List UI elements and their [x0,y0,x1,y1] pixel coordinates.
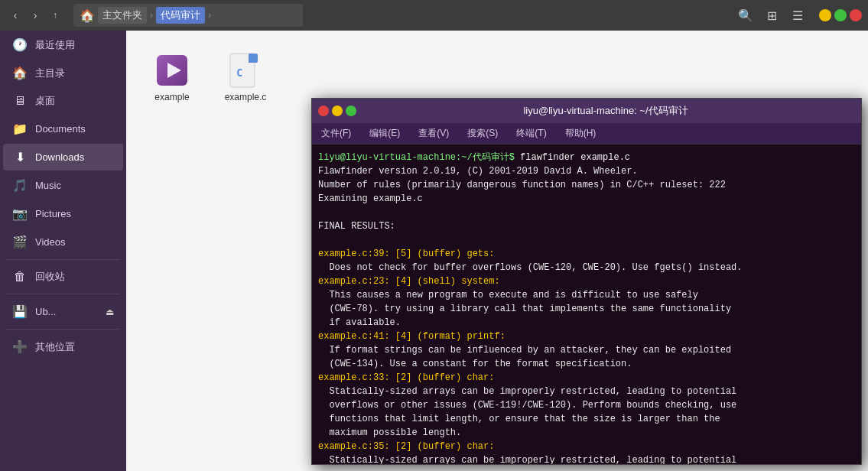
terminal-line-char35: example.c:35: [2] (buffer) char: [318,440,855,453]
sidebar-divider-2 [6,294,120,294]
terminal-maximize-button[interactable] [346,106,356,116]
terminal-command-text: flawfinder example.c [520,152,630,163]
terminal-menu-file[interactable]: 文件(F) [318,125,354,142]
minimize-button[interactable] [819,9,831,21]
terminal-menu-help[interactable]: 帮助(H) [562,125,600,142]
usb-icon: 💾 [12,304,28,319]
terminal-line-system: example.c:23: [4] (shell) system: [318,274,855,288]
file-example-c[interactable]: C example.c [215,46,276,109]
terminal-line-char33-desc1: Statically-sized arrays can be improperl… [318,385,855,398]
terminal-line-system-desc2: (CWE-78). try using a library call that … [318,302,855,316]
sidebar-label-trash: 回收站 [35,270,65,284]
view-toggle-button[interactable]: ⊞ [761,5,782,26]
up-button[interactable]: ↑ [46,6,64,24]
terminal-line-char33-desc4: maximum possible length. [318,426,855,440]
terminal-line-system-desc1: This causes a new program to execute and… [318,288,855,302]
terminal-title-bar: liyu@liyu-virtual-machine: ~/代码审计 [312,99,861,123]
forward-button[interactable]: › [26,6,44,24]
file-example-name: example [154,92,189,102]
sidebar-divider-1 [6,259,120,260]
close-button[interactable] [850,9,862,21]
sidebar-label-music: Music [35,180,61,191]
svg-rect-3 [249,54,258,63]
trash-icon: 🗑 [12,270,28,284]
toolbar-right: 🔍 ⊞ ☰ [735,5,862,26]
search-button[interactable]: 🔍 [735,5,756,26]
sidebar-label-pictures: Pictures [35,208,71,219]
sidebar-item-home[interactable]: 🏠 主目录 [3,60,123,86]
sidebar-label-home: 主目录 [35,67,65,80]
documents-icon: 📁 [12,122,28,136]
terminal-line-printf-desc2: (CWE-134). Use a constant for the format… [318,357,855,371]
other-icon: ➕ [12,339,28,354]
breadcrumb-home-label[interactable]: 主文件夹 [98,7,147,24]
downloads-icon: ⬇ [12,150,28,164]
breadcrumb: 🏠 主文件夹 › 代码审计 › [73,4,303,27]
videos-icon: 🎬 [12,235,28,249]
terminal-close-button[interactable] [318,106,329,116]
terminal-line-5 [318,233,855,247]
sidebar-label-desktop: 桌面 [35,94,55,108]
terminal-line-4 [318,206,855,219]
terminal-line-system-desc3: if available. [318,316,855,330]
sidebar-label-usb: Ub... [35,306,56,317]
sidebar-item-music[interactable]: 🎵 Music [3,172,123,199]
terminal-menu-search[interactable]: 搜索(S) [464,125,501,142]
terminal-line-char33-desc3: functions that limit length, or ensure t… [318,412,855,426]
sidebar-item-desktop[interactable]: 🖥 桌面 [3,88,123,114]
back-button[interactable]: ‹ [6,6,24,24]
sidebar-item-documents[interactable]: 📁 Documents [3,115,123,142]
sidebar-label-documents: Documents [35,123,86,135]
sidebar-item-trash[interactable]: 🗑 回收站 [3,264,123,290]
breadcrumb-separator: › [150,10,153,21]
terminal-title-text: liyu@liyu-virtual-machine: ~/代码审计 [356,104,855,118]
terminal-window-controls [318,106,356,116]
terminal-line-char35-desc1: Statically-sized arrays can be improperl… [318,453,855,464]
terminal-line-printf-desc1: If format strings can be influenced by a… [318,343,855,357]
terminal-menu-terminal[interactable]: 终端(T) [513,125,549,142]
svg-text:C: C [236,67,242,79]
breadcrumb-end-sep: › [208,10,211,21]
title-bar: ‹ › ↑ 🏠 主文件夹 › 代码审计 › 🔍 ⊞ ☰ [0,0,868,31]
terminal-prompt-text: liyu@liyu-virtual-machine:~/代码审计$ [318,152,515,163]
terminal-body[interactable]: liyu@liyu-virtual-machine:~/代码审计$ flawfi… [312,145,861,464]
sidebar-item-videos[interactable]: 🎬 Videos [3,229,123,255]
sidebar-label-other: 其他位置 [35,340,75,354]
desktop-icon: 🖥 [12,94,28,108]
terminal-menu-edit[interactable]: 编辑(E) [366,125,403,142]
menu-button[interactable]: ☰ [787,5,808,26]
terminal-line-gets-desc: Does not check for buffer overflows (CWE… [318,261,855,274]
music-icon: 🎵 [12,178,28,193]
sidebar-item-downloads[interactable]: ⬇ Downloads [3,144,123,171]
pictures-icon: 📷 [12,206,28,221]
terminal-line-gets: example.c:39: [5] (buffer) gets: [318,247,855,261]
file-example-c-name: example.c [225,92,267,102]
terminal-line-char33-desc2: overflows or other issues (CWE-119!/CWE-… [318,398,855,412]
sidebar-item-recent[interactable]: 🕐 最近使用 [3,31,123,58]
home-icon: 🏠 [80,8,95,23]
recent-icon: 🕐 [12,37,28,52]
terminal-line-printf: example.c:41: [4] (format) printf: [318,330,855,343]
file-example[interactable]: example [141,46,203,109]
terminal-menu: 文件(F) 编辑(E) 查看(V) 搜索(S) 终端(T) 帮助(H) [312,123,861,145]
nav-buttons: ‹ › ↑ [6,6,64,24]
sidebar: 🕐 最近使用 🏠 主目录 🖥 桌面 📁 Documents ⬇ Download… [0,31,126,471]
sidebar-item-usb[interactable]: 💾 Ub... ⏏ [3,298,123,325]
terminal-line-3: Examining example.c [318,192,855,206]
sidebar-label-recent: 最近使用 [35,38,75,52]
terminal-line-1: Flawfinder version 2.0.19, (C) 2001-2019… [318,164,855,178]
sidebar-label-videos: Videos [35,236,66,248]
terminal-menu-view[interactable]: 查看(V) [415,125,452,142]
terminal-line-prompt: liyu@liyu-virtual-machine:~/代码审计$ flawfi… [318,151,855,164]
executable-icon [154,52,190,89]
maximize-button[interactable] [834,9,847,21]
terminal-minimize-button[interactable] [332,106,343,116]
eject-icon[interactable]: ⏏ [106,307,114,317]
home-sidebar-icon: 🏠 [12,66,28,80]
sidebar-item-other[interactable]: ➕ 其他位置 [3,333,123,360]
terminal-line-2: Number of rules (primarily dangerous fun… [318,178,855,192]
sidebar-divider-3 [6,329,120,330]
breadcrumb-current[interactable]: 代码审计 [156,7,205,24]
terminal-line-final-results: FINAL RESULTS: [318,219,855,233]
sidebar-item-pictures[interactable]: 📷 Pictures [3,200,123,227]
